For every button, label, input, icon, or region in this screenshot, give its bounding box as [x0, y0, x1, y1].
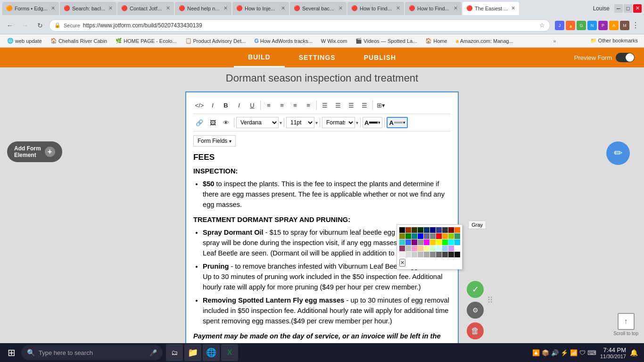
underline-button[interactable]: U [246, 99, 258, 111]
edit-pencil-button[interactable]: ✏ [606, 141, 630, 165]
color-cell[interactable] [424, 239, 429, 245]
color-cell[interactable] [399, 233, 405, 239]
tab-several-back[interactable]: 🔴 Several bac... ✕ [290, 2, 347, 15]
color-cell[interactable] [418, 233, 423, 239]
no-color-button[interactable]: ✕ [399, 259, 405, 267]
color-cell[interactable] [442, 239, 448, 245]
tab-close-how-find2[interactable]: ✕ [454, 5, 458, 11]
file-explorer-button[interactable]: 📁 [184, 344, 201, 361]
align-center-button[interactable]: ≡ [276, 99, 288, 111]
ext-icon-5[interactable]: P [598, 21, 608, 30]
taskview-button[interactable]: 🗂 [166, 344, 183, 361]
code-button[interactable]: </> [193, 99, 206, 111]
color-cell[interactable] [418, 227, 423, 233]
color-cell[interactable] [412, 239, 417, 245]
color-cell[interactable] [399, 239, 405, 245]
align-left-button[interactable]: ≡ [263, 99, 275, 111]
eye-button[interactable]: 👁 [220, 117, 232, 128]
volume-icon[interactable]: 🔊 [551, 349, 559, 356]
form-fields-button[interactable]: Form Fields ▾ [193, 135, 236, 147]
back-button[interactable]: ← [4, 19, 16, 32]
bookmark-chehalis[interactable]: 🏠 Chehalis River Cabin [47, 37, 110, 45]
color-cell[interactable] [424, 252, 429, 257]
drag-handle[interactable]: ⠿ [487, 295, 493, 305]
highlight-color-button[interactable]: A ▾ [387, 117, 407, 128]
bookmark-videos[interactable]: 🎬 Videos — Spotted La... [352, 37, 420, 45]
color-cell[interactable] [436, 246, 442, 251]
nav-settings[interactable]: SETTINGS [285, 48, 350, 67]
color-cell[interactable] [412, 233, 417, 239]
tab-close-several[interactable]: ✕ [339, 5, 343, 11]
excel-button[interactable]: X [221, 344, 238, 361]
align-right-button[interactable]: ≡ [289, 99, 301, 111]
color-cell[interactable] [412, 246, 417, 251]
bookmark-home-page[interactable]: 🌿 HOME PAGE - Ecolo... [112, 37, 180, 45]
color-cell[interactable] [405, 239, 411, 245]
italic-small-button[interactable]: I [206, 99, 219, 111]
color-cell[interactable] [448, 252, 454, 257]
tab-how-find2[interactable]: 🔴 How to Find... ✕ [405, 2, 462, 15]
confirm-button[interactable]: ✓ [467, 281, 484, 298]
chrome-button[interactable]: 🌐 [203, 344, 220, 361]
tab-search-back[interactable]: 🔴 Search: bacl... ✕ [60, 2, 116, 15]
delete-button[interactable]: 🗑 [467, 322, 484, 339]
ext-icon-3[interactable]: G [577, 21, 586, 30]
ext-icon-7[interactable]: M [620, 21, 629, 30]
network-icon[interactable]: 🔼 [532, 349, 540, 356]
settings-button[interactable]: ⚙ [467, 302, 484, 319]
tab-close-forms[interactable]: ✕ [51, 5, 55, 11]
font-family-select[interactable]: Verdana [236, 117, 279, 128]
menu-icon[interactable]: ⋮ [631, 21, 640, 30]
color-cell[interactable] [424, 246, 429, 251]
refresh-button[interactable]: ↻ [34, 19, 46, 32]
bold-button[interactable]: B [220, 99, 232, 111]
language-icon[interactable]: ⌨ [587, 349, 596, 356]
decrease-indent-button[interactable]: ☰ [345, 99, 357, 111]
color-cell[interactable] [424, 227, 429, 233]
tab-how-find1[interactable]: 🔴 How to Find... ✕ [347, 2, 404, 15]
notification-icon[interactable]: 🔔 [630, 349, 638, 356]
color-cell[interactable] [399, 227, 405, 233]
bookmark-home[interactable]: 🏠 Home [422, 37, 450, 45]
dropbox-icon[interactable]: 📦 [542, 349, 549, 356]
color-cell[interactable] [430, 246, 436, 251]
color-cell[interactable] [448, 246, 454, 251]
bookmark-web-update[interactable]: 🌐 web update [4, 37, 45, 45]
color-cell[interactable] [442, 252, 448, 257]
color-cell[interactable] [436, 252, 442, 257]
color-cell[interactable] [399, 252, 405, 257]
tab-close-search[interactable]: ✕ [108, 5, 113, 11]
color-cell[interactable] [430, 252, 436, 257]
nav-build[interactable]: BUILD [234, 48, 285, 67]
color-cell[interactable] [454, 227, 460, 233]
bookmarks-more-button[interactable]: » [548, 38, 556, 44]
color-cell[interactable] [405, 233, 411, 239]
search-bar[interactable]: 🔍 Type here to search 🎤 [21, 345, 163, 360]
color-cell[interactable] [424, 233, 429, 239]
font-color-button[interactable]: A ▾ [363, 117, 382, 128]
bullet-list-button[interactable]: ☰ [319, 99, 331, 111]
color-cell[interactable] [454, 246, 460, 251]
color-cell[interactable] [448, 239, 454, 245]
security-icon[interactable]: 🛡 [579, 349, 586, 356]
image-button[interactable]: 🖼 [206, 117, 219, 128]
scroll-top-button[interactable]: ↑ [618, 313, 635, 330]
tab-close-easiest[interactable]: ✕ [511, 5, 515, 11]
close-button[interactable]: ✕ [633, 4, 642, 13]
start-button[interactable]: ⊞ [2, 344, 20, 362]
form-editor[interactable]: </> I B I U ≡ ≡ ≡ ≡ ☰ ☰ ☰ ☰ ⊞▾ 🔗 [185, 91, 459, 362]
color-cell[interactable] [436, 233, 442, 239]
other-bookmarks-button[interactable]: 📁 Other bookmarks [588, 37, 640, 45]
tab-close-contact[interactable]: ✕ [166, 5, 170, 11]
bookmark-adwords[interactable]: G How AdWords tracks... [251, 37, 315, 45]
color-cell[interactable] [405, 227, 411, 233]
forward-button[interactable]: → [19, 19, 31, 32]
preview-toggle[interactable] [616, 53, 635, 62]
tab-forms[interactable]: 🟠 Forms • Edg... ✕ [2, 2, 59, 15]
color-cell[interactable] [454, 252, 460, 257]
battery-icon[interactable]: ⚡ [561, 349, 568, 356]
tab-close-need-help[interactable]: ✕ [223, 5, 228, 11]
color-cell[interactable] [405, 246, 411, 251]
tab-easiest[interactable]: 🔴 The Easiest ... ✕ [462, 2, 519, 15]
italic-button[interactable]: I [233, 99, 245, 111]
